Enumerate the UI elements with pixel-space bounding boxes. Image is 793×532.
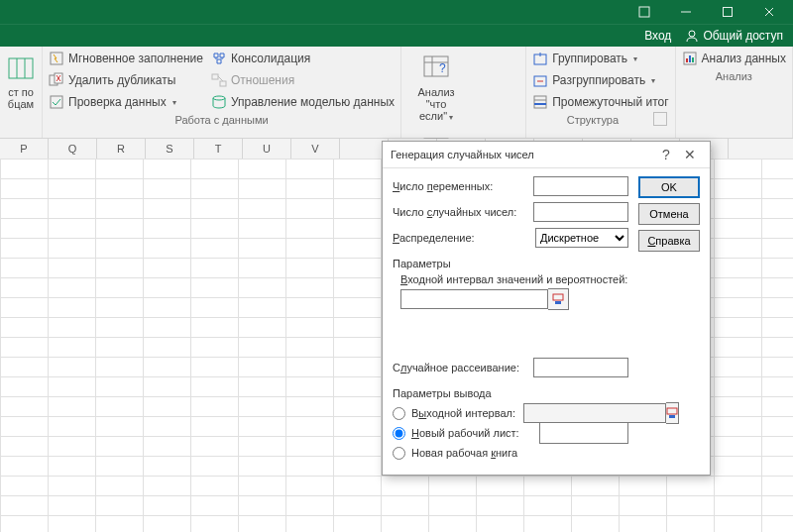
signin-link[interactable]: Вход xyxy=(644,29,671,43)
column-header[interactable]: U xyxy=(243,139,291,159)
data-model-icon xyxy=(211,94,227,110)
new-sheet-label: Новый рабочий лист: xyxy=(411,427,533,439)
svg-rect-2 xyxy=(724,8,733,17)
data-validation-button[interactable]: Проверка данных▾ xyxy=(49,92,203,112)
column-header[interactable]: S xyxy=(146,139,194,159)
input-range-input[interactable] xyxy=(400,289,548,309)
num-rand-input[interactable] xyxy=(533,202,628,222)
chevron-down-icon: ▾ xyxy=(172,98,176,107)
relationships-button[interactable]: Отношения xyxy=(211,70,395,90)
dialog-launcher-icon[interactable] xyxy=(653,112,667,126)
data-validation-icon xyxy=(49,94,64,110)
new-book-label: Новая рабочая книга xyxy=(411,447,517,459)
dist-select[interactable]: Дискретное xyxy=(535,228,628,248)
column-header[interactable]: T xyxy=(194,139,243,159)
svg-rect-33 xyxy=(689,55,691,62)
svg-rect-35 xyxy=(553,294,563,300)
input-range-label: Входной интервал значений и вероятностей… xyxy=(400,273,628,285)
consolidate-icon xyxy=(211,51,227,66)
params-header: Параметры xyxy=(393,258,628,269)
svg-point-5 xyxy=(689,31,695,37)
share-button[interactable]: Общий доступ xyxy=(685,29,783,43)
subtotal-button[interactable]: Промежуточный итог xyxy=(532,92,668,112)
flash-fill-button[interactable]: Мгновенное заполнение xyxy=(49,49,203,68)
num-rand-label: Число случайных чисел: xyxy=(393,206,527,218)
svg-rect-0 xyxy=(639,7,649,17)
svg-rect-34 xyxy=(692,57,694,62)
share-bar: Вход Общий доступ xyxy=(0,24,793,47)
ungroup-button[interactable]: Разгруппировать▾ xyxy=(532,70,668,90)
ribbon: ст побцам Мгновенное заполнение Удалить … xyxy=(0,47,793,139)
num-vars-label: Число переменных: xyxy=(393,180,527,192)
ungroup-icon xyxy=(532,72,548,88)
data-analysis-button[interactable]: Анализ данных xyxy=(682,49,786,68)
new-book-radio[interactable] xyxy=(393,447,405,460)
column-header[interactable]: P xyxy=(0,139,49,159)
svg-rect-28 xyxy=(534,96,546,108)
manage-data-model-button[interactable]: Управление моделью данных xyxy=(211,92,395,112)
whatif-icon: ? xyxy=(420,53,452,84)
minimize-icon[interactable] xyxy=(668,0,704,24)
column-header[interactable]: V xyxy=(291,139,340,159)
ribbon-options-icon[interactable] xyxy=(626,0,662,24)
group-label-outline: Структура xyxy=(532,112,652,128)
svg-rect-16 xyxy=(220,81,226,86)
consolidate-button[interactable]: Консолидация xyxy=(211,49,395,68)
column-header[interactable]: Q xyxy=(49,139,97,159)
data-analysis-icon xyxy=(682,51,698,66)
new-sheet-input[interactable] xyxy=(539,422,628,444)
svg-rect-6 xyxy=(9,58,33,78)
group-label-data: Работа с данными xyxy=(49,112,395,128)
svg-rect-15 xyxy=(212,74,218,79)
group-icon xyxy=(532,51,548,66)
svg-point-18 xyxy=(213,96,225,100)
svg-rect-36 xyxy=(555,301,561,304)
range-picker-icon[interactable] xyxy=(548,288,569,310)
flash-fill-icon xyxy=(49,51,64,66)
output-params-header: Параметры вывода xyxy=(393,387,628,399)
remove-duplicates-button[interactable]: Удалить дубликаты xyxy=(49,70,203,90)
whatif-button[interactable]: ?Анализ "чтоесли"▾ xyxy=(407,49,465,123)
group-button[interactable]: Группировать▾ xyxy=(532,49,668,68)
text-to-columns-button[interactable]: ст побцам xyxy=(6,49,36,110)
group-label-analysis: Анализ xyxy=(682,68,786,84)
new-sheet-radio[interactable] xyxy=(393,427,405,440)
close-icon[interactable] xyxy=(751,0,787,24)
num-vars-input[interactable] xyxy=(533,176,628,196)
svg-text:?: ? xyxy=(439,61,446,75)
window-titlebar xyxy=(0,0,793,24)
seed-label: Случайное рассеивание: xyxy=(393,362,527,373)
dialog-help-icon[interactable]: ? xyxy=(654,147,678,162)
dist-label: Распределение: xyxy=(393,232,529,244)
svg-rect-14 xyxy=(51,96,62,108)
subtotal-icon xyxy=(532,94,548,110)
output-range-label: Выходной интервал: xyxy=(411,407,517,419)
seed-input[interactable] xyxy=(533,358,628,377)
maximize-icon[interactable] xyxy=(710,0,745,24)
remove-duplicates-icon xyxy=(49,72,64,88)
dialog-close-icon[interactable]: ✕ xyxy=(678,147,702,162)
random-number-dialog: Генерация случайных чисел ? ✕ Число пере… xyxy=(382,141,711,476)
svg-line-17 xyxy=(218,76,223,81)
help-button[interactable]: Справка xyxy=(638,230,700,252)
ok-button[interactable]: OK xyxy=(638,176,700,198)
dialog-title: Генерация случайных чисел xyxy=(391,149,654,160)
relationships-icon xyxy=(211,72,227,88)
output-range-radio[interactable] xyxy=(393,407,405,420)
cancel-button[interactable]: Отмена xyxy=(638,203,700,225)
column-header[interactable]: R xyxy=(97,139,146,159)
svg-rect-32 xyxy=(686,58,688,62)
person-icon xyxy=(685,29,699,43)
